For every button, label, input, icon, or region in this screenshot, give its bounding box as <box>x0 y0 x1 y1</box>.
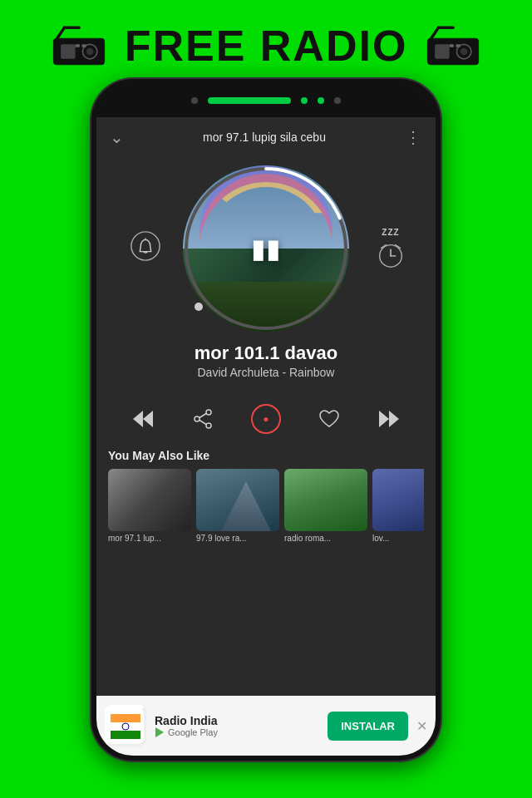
phone-frame: ⌄ mor 97.1 lupig sila cebu ⋮ <box>91 79 441 761</box>
svg-marker-39 <box>155 727 164 737</box>
svg-point-16 <box>131 231 160 259</box>
record-icon: ● <box>263 413 268 425</box>
recommendation-label-1: mor 97.1 lup... <box>108 534 191 543</box>
playback-controls: ● <box>96 392 436 442</box>
recommendation-item-4[interactable]: lov... <box>372 469 424 543</box>
svg-rect-14 <box>450 44 454 47</box>
phone-notch <box>208 97 291 104</box>
radio-icon-right <box>424 21 482 71</box>
svg-marker-26 <box>143 411 153 427</box>
svg-point-27 <box>206 410 211 415</box>
top-bar: ⌄ mor 97.1 lupig sila cebu ⋮ <box>96 117 436 157</box>
svg-line-4 <box>57 27 64 38</box>
station-name-header: mor 97.1 lupig sila cebu <box>124 131 405 144</box>
svg-point-3 <box>86 48 93 56</box>
header-banner: FREE RADIO <box>0 0 532 91</box>
zzz-label: ZZZ <box>382 228 399 237</box>
recommendation-label-3: radio roma... <box>284 534 367 543</box>
pause-button[interactable]: ▮▮ <box>251 233 281 264</box>
forward-button[interactable] <box>377 409 401 429</box>
notification-icon[interactable] <box>130 230 161 268</box>
ad-title: Radio India <box>155 714 319 727</box>
svg-point-11 <box>461 48 468 56</box>
svg-rect-9 <box>435 44 450 59</box>
google-play-icon <box>155 727 165 737</box>
svg-rect-6 <box>75 44 79 47</box>
ad-banner: Radio India Google Play INSTALAR ✕ <box>96 696 436 756</box>
recommendation-label-4: lov... <box>372 534 424 543</box>
svg-point-28 <box>206 423 211 428</box>
phone-dot-3 <box>318 97 324 104</box>
track-title: mor 101.1 davao <box>195 342 337 364</box>
recommendation-item-2[interactable]: 97.9 love ra... <box>196 469 279 543</box>
svg-marker-32 <box>379 411 389 427</box>
svg-rect-7 <box>81 44 86 47</box>
ad-app-icon <box>105 705 146 746</box>
phone-dot-4 <box>334 97 341 104</box>
ad-text-block: Radio India Google Play <box>155 714 319 737</box>
player-area: ▮▮ ZZZ mor 101.1 davao <box>96 157 436 392</box>
svg-marker-25 <box>133 411 143 427</box>
share-button[interactable] <box>192 409 214 429</box>
svg-line-30 <box>200 414 206 418</box>
ad-close-button[interactable]: ✕ <box>416 718 427 734</box>
track-artist: David Archuleta - Rainbow <box>198 366 335 379</box>
recommendation-item-1[interactable]: mor 97.1 lup... <box>108 469 191 543</box>
svg-rect-15 <box>456 44 461 47</box>
svg-rect-37 <box>111 731 140 739</box>
recommendation-label-2: 97.9 love ra... <box>196 534 279 543</box>
radio-icon-left <box>50 21 108 71</box>
app-title: FREE RADIO <box>125 21 408 71</box>
svg-line-31 <box>200 421 206 425</box>
chevron-down-icon[interactable]: ⌄ <box>110 127 124 147</box>
svg-rect-1 <box>61 44 76 59</box>
side-icons-row: ▮▮ ZZZ <box>113 165 419 332</box>
album-art-container: ▮▮ <box>183 165 349 332</box>
record-button[interactable]: ● <box>251 404 281 434</box>
phone-dot-2 <box>301 97 308 104</box>
rewind-button[interactable] <box>131 409 155 429</box>
install-button[interactable]: INSTALAR <box>328 712 408 741</box>
favorite-button[interactable] <box>318 409 340 429</box>
svg-marker-33 <box>389 411 399 427</box>
recommendation-item-3[interactable]: radio roma... <box>284 469 367 543</box>
svg-point-29 <box>195 416 200 421</box>
recommendations-title: You May Also Like <box>108 449 424 462</box>
thumbnails-row: mor 97.1 lup... 97.9 love ra... radio ro… <box>108 469 424 543</box>
ad-subtitle: Google Play <box>155 727 319 737</box>
svg-rect-35 <box>111 714 140 722</box>
more-options-icon[interactable]: ⋮ <box>405 127 422 147</box>
phone-top-bar <box>96 84 436 117</box>
recommendations-section: You May Also Like mor 97.1 lup... 97.9 l… <box>96 442 436 546</box>
progress-dot <box>195 303 203 311</box>
alarm-icon-wrapper[interactable]: ZZZ <box>375 228 406 270</box>
svg-line-12 <box>431 27 439 38</box>
phone-screen: ⌄ mor 97.1 lupig sila cebu ⋮ <box>96 117 436 756</box>
phone-dot-1 <box>191 97 198 104</box>
